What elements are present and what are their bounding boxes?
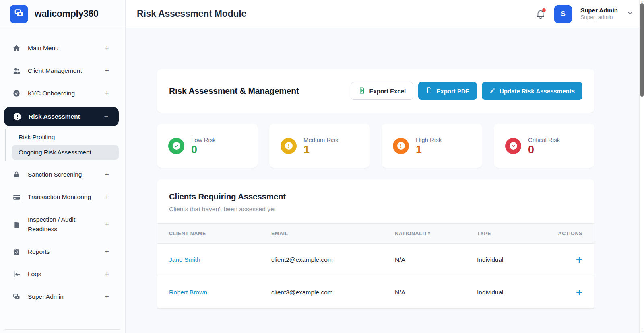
scroll-down-arrow-icon[interactable]: ▼ bbox=[640, 330, 644, 333]
plus-icon[interactable]: + bbox=[576, 254, 582, 265]
chevron-circle-icon bbox=[505, 138, 521, 154]
sidebar-item-transaction-monitoring[interactable]: Transaction Monitoring + bbox=[0, 186, 125, 208]
sidebar-item-label: Logs bbox=[28, 269, 41, 279]
sidebar-item-super-admin[interactable]: Super Admin + bbox=[0, 286, 125, 308]
sidebar-subitem-risk-profiling[interactable]: Risk Profiling bbox=[12, 130, 119, 145]
user-role: Super_admin bbox=[580, 14, 618, 21]
table-header-row: CLIENT NAME EMAIL NATIONALITY TYPE ACTIO… bbox=[157, 223, 594, 244]
alert-circle-icon: ! bbox=[393, 138, 409, 154]
client-type: Individual bbox=[477, 256, 554, 263]
cards-icon bbox=[14, 8, 24, 20]
expand-icon[interactable]: + bbox=[105, 193, 109, 201]
client-email: client3@example.com bbox=[271, 289, 395, 296]
home-icon bbox=[12, 44, 21, 53]
main-content: Risk Assessment & Management Export Exce… bbox=[126, 28, 644, 333]
sidebar: walicomply360 Main Menu + Client Managem… bbox=[0, 0, 126, 333]
sidebar-item-inspection-audit-readiness[interactable]: Inspection / Audit Readiness + bbox=[0, 208, 125, 240]
risk-count: 0 bbox=[528, 144, 560, 155]
user-name: Super Admin bbox=[580, 7, 618, 14]
collapse-icon[interactable]: − bbox=[104, 113, 108, 121]
risk-count: 1 bbox=[303, 144, 339, 155]
sidebar-subitem-ongoing-risk-assessment[interactable]: Ongoing Risk Assessment bbox=[12, 145, 119, 160]
risk-summary-row: Low Risk 0 ! Medium Risk 1 bbox=[157, 124, 594, 168]
table-row: Jane Smith client2@example.com N/A Indiv… bbox=[157, 244, 594, 276]
badge-check-icon bbox=[12, 89, 21, 98]
sidebar-divider bbox=[5, 329, 120, 330]
sidebar-item-label: Super Admin bbox=[28, 292, 64, 302]
risk-assessment-submenu: Risk Profiling Ongoing Risk Assessment bbox=[5, 129, 125, 161]
plus-icon[interactable]: + bbox=[576, 287, 582, 298]
client-type: Individual bbox=[477, 289, 554, 296]
sidebar-item-label: Sanction Screening bbox=[28, 170, 82, 179]
panel-title: Risk Assessment & Management bbox=[169, 86, 299, 96]
expand-icon[interactable]: + bbox=[105, 270, 109, 279]
sidebar-item-sanction-screening[interactable]: Sanction Screening + bbox=[0, 163, 125, 186]
scrollbar-thumb[interactable] bbox=[640, 3, 644, 97]
document-icon bbox=[12, 220, 21, 229]
page-title: Risk Assessment Module bbox=[137, 8, 246, 19]
lock-icon bbox=[12, 170, 21, 179]
top-header: Risk Assessment Module S Super Admin Sup… bbox=[126, 0, 644, 28]
scrollbar-track[interactable]: ▲ ▼ bbox=[639, 0, 644, 333]
expand-icon[interactable]: + bbox=[105, 89, 109, 98]
check-circle-icon bbox=[168, 138, 184, 154]
notifications-bell-icon[interactable] bbox=[535, 9, 546, 19]
pencil-icon bbox=[489, 87, 496, 95]
expand-icon[interactable]: + bbox=[105, 44, 109, 53]
expand-icon[interactable]: + bbox=[105, 220, 109, 229]
sidebar-item-main-menu[interactable]: Main Menu + bbox=[0, 37, 125, 60]
export-pdf-button[interactable]: Export PDF bbox=[418, 82, 477, 100]
low-risk-card: Low Risk 0 bbox=[157, 124, 258, 168]
column-header-nationality: NATIONALITY bbox=[395, 231, 477, 236]
notification-dot bbox=[542, 8, 546, 12]
sidebar-item-label: Transaction Monitoring bbox=[28, 192, 91, 202]
sidebar-item-client-management[interactable]: Client Management + bbox=[0, 60, 125, 82]
sidebar-nav: Main Menu + Client Management + KYC Onbo… bbox=[0, 28, 125, 329]
expand-icon[interactable]: + bbox=[105, 248, 109, 256]
critical-risk-card: Critical Risk 0 bbox=[494, 124, 594, 168]
client-name-link[interactable]: Robert Brown bbox=[169, 289, 271, 296]
chevron-down-icon[interactable] bbox=[627, 10, 634, 18]
client-email: client2@example.com bbox=[271, 256, 395, 263]
expand-icon[interactable]: + bbox=[105, 67, 109, 75]
risk-label: Low Risk bbox=[191, 136, 216, 143]
high-risk-card: ! High Risk 1 bbox=[382, 124, 482, 168]
expand-icon[interactable]: + bbox=[105, 293, 109, 301]
clipboard-icon bbox=[12, 247, 21, 256]
excel-download-icon bbox=[358, 87, 365, 95]
cards-icon bbox=[12, 292, 21, 301]
risk-label: High Risk bbox=[416, 136, 442, 143]
expand-icon[interactable]: + bbox=[105, 171, 109, 179]
client-nationality: N/A bbox=[395, 256, 477, 263]
export-excel-button[interactable]: Export Excel bbox=[351, 82, 413, 100]
avatar[interactable]: S bbox=[554, 5, 572, 23]
risk-count: 0 bbox=[191, 144, 216, 155]
column-header-client-name: CLIENT NAME bbox=[169, 231, 271, 236]
button-label: Export PDF bbox=[436, 88, 469, 95]
sidebar-item-label: Main Menu bbox=[28, 43, 59, 53]
sidebar-item-label: Client Management bbox=[28, 66, 82, 76]
sidebar-item-kyc-onboarding[interactable]: KYC Onboarding + bbox=[0, 82, 125, 105]
scroll-up-arrow-icon[interactable]: ▲ bbox=[640, 0, 644, 3]
update-risk-assessments-button[interactable]: Update Risk Assessments bbox=[482, 82, 582, 100]
clients-section-subtitle: Clients that haven't been assessed yet bbox=[169, 206, 582, 213]
sidebar-item-reports[interactable]: Reports + bbox=[0, 240, 125, 263]
client-nationality: N/A bbox=[395, 289, 477, 296]
alert-circle-icon bbox=[13, 112, 22, 121]
button-label: Export Excel bbox=[369, 88, 406, 95]
button-label: Update Risk Assessments bbox=[500, 88, 575, 95]
medium-risk-card: ! Medium Risk 1 bbox=[269, 124, 370, 168]
table-row: Robert Brown client3@example.com N/A Ind… bbox=[157, 276, 594, 309]
clients-section-title: Clients Requiring Assessment bbox=[169, 192, 582, 201]
sidebar-item-risk-assessment[interactable]: Risk Assessment − bbox=[4, 107, 119, 126]
column-header-type: TYPE bbox=[477, 231, 554, 236]
user-block: Super Admin Super_admin bbox=[580, 7, 618, 21]
client-name-link[interactable]: Jane Smith bbox=[169, 256, 271, 263]
sidebar-item-logs[interactable]: Logs + bbox=[0, 263, 125, 286]
column-header-actions: ACTIONS bbox=[554, 231, 582, 236]
alert-circle-icon: ! bbox=[281, 138, 297, 154]
brand-name: walicomply360 bbox=[35, 8, 98, 19]
sidebar-item-label: Reports bbox=[28, 247, 50, 257]
risk-label: Medium Risk bbox=[303, 136, 339, 143]
sidebar-item-label: Inspection / Audit Readiness bbox=[28, 215, 95, 234]
